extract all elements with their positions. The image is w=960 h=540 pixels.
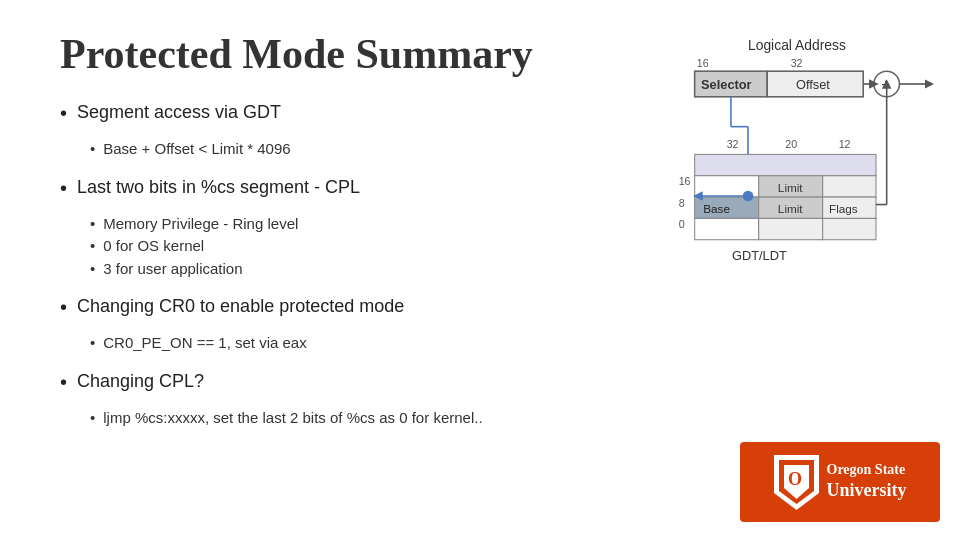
sub-text-4-1: ljmp %cs:xxxxx, set the last 2 bits of %… — [103, 407, 482, 430]
svg-text:16: 16 — [697, 57, 709, 69]
svg-text:O: O — [788, 469, 802, 489]
bullet-sub-3-1: • CR0_PE_ON == 1, set via eax — [90, 332, 920, 355]
svg-text:Flags: Flags — [829, 202, 858, 215]
svg-rect-32 — [823, 218, 876, 239]
memory-diagram: Logical Address 16 32 Selector Offset + … — [620, 30, 940, 330]
svg-text:8: 8 — [679, 197, 685, 209]
diagram-svg: Logical Address 16 32 Selector Offset + … — [620, 30, 940, 330]
svg-text:Base: Base — [703, 202, 730, 215]
sub-text-2-3: 3 for user application — [103, 258, 242, 281]
svg-text:0: 0 — [679, 218, 685, 230]
slide: Protected Mode Summary • Segment access … — [0, 0, 960, 540]
bullet-sub-4-1: • ljmp %cs:xxxxx, set the last 2 bits of… — [90, 407, 920, 430]
svg-text:20: 20 — [785, 138, 797, 150]
svg-rect-30 — [695, 218, 759, 239]
bullet-main-text-4: Changing CPL? — [77, 367, 204, 396]
osu-line2: University — [827, 479, 907, 502]
svg-text:Limit: Limit — [778, 202, 803, 215]
svg-point-34 — [743, 191, 754, 202]
bullet-main-text-3: Changing CR0 to enable protected mode — [77, 292, 404, 321]
section-4: • Changing CPL? • ljmp %cs:xxxxx, set th… — [60, 367, 920, 430]
svg-text:32: 32 — [727, 138, 739, 150]
osu-logo: O Oregon State University — [740, 442, 940, 522]
svg-text:12: 12 — [839, 138, 851, 150]
svg-text:+: + — [881, 75, 890, 92]
svg-text:GDT/LDT: GDT/LDT — [732, 248, 787, 263]
svg-rect-31 — [759, 218, 823, 239]
sub-text-2-1: Memory Privilege - Ring level — [103, 213, 298, 236]
sub-dot-1-1: • — [90, 138, 95, 161]
osu-text: Oregon State University — [827, 461, 907, 503]
bullet-dot-4: • — [60, 367, 67, 397]
svg-text:Offset: Offset — [796, 77, 830, 92]
svg-text:Limit: Limit — [778, 181, 803, 194]
bullet-main-4: • Changing CPL? — [60, 367, 920, 397]
svg-rect-23 — [823, 176, 876, 197]
sub-text-2-2: 0 for OS kernel — [103, 235, 204, 258]
bullet-dot-2: • — [60, 173, 67, 203]
sub-text-3-1: CR0_PE_ON == 1, set via eax — [103, 332, 306, 355]
svg-text:32: 32 — [791, 57, 803, 69]
bullet-main-text-2: Last two bits in %cs segment - CPL — [77, 173, 360, 202]
osu-line1: Oregon State — [827, 461, 907, 479]
osu-shield-icon: O — [774, 455, 819, 510]
svg-text:Selector: Selector — [701, 77, 752, 92]
logical-address-label: Logical Address — [748, 37, 846, 53]
sub-dot-2-3: • — [90, 258, 95, 281]
sub-dot-2-1: • — [90, 213, 95, 236]
sub-dot-3-1: • — [90, 332, 95, 355]
sub-dot-4-1: • — [90, 407, 95, 430]
svg-text:16: 16 — [679, 175, 691, 187]
sub-dot-2-2: • — [90, 235, 95, 258]
bullet-dot-3: • — [60, 292, 67, 322]
bullet-dot-1: • — [60, 98, 67, 128]
sub-text-1-1: Base + Offset < Limit * 4096 — [103, 138, 290, 161]
bullet-main-text-1: Segment access via GDT — [77, 98, 281, 127]
svg-rect-19 — [695, 154, 876, 175]
